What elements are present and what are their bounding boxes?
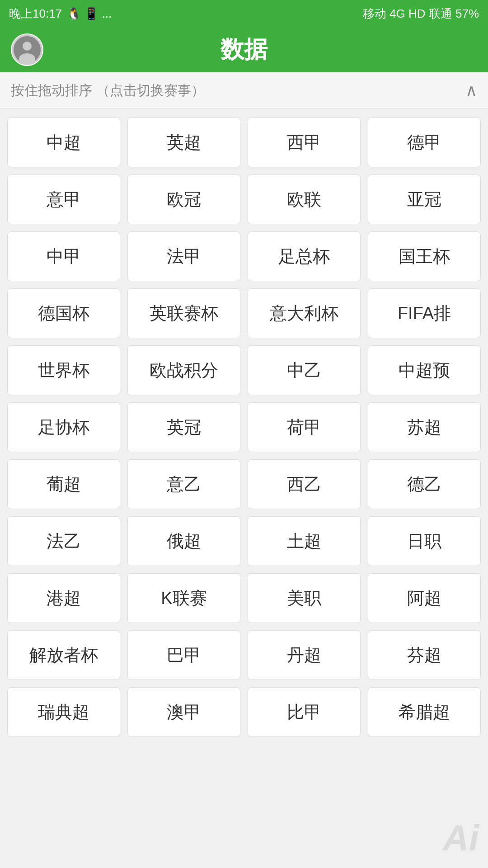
league-item-15[interactable]: 意大利杯 [248, 288, 361, 338]
league-item-35[interactable]: 美职 [248, 573, 361, 623]
league-item-1[interactable]: 中超 [7, 118, 120, 167]
sort-sub-text: （点击切换赛事） [96, 83, 205, 98]
league-item-12[interactable]: 国王杯 [368, 231, 481, 281]
league-item-23[interactable]: 荷甲 [248, 402, 361, 452]
league-item-8[interactable]: 亚冠 [368, 175, 481, 224]
league-item-20[interactable]: 中超预 [368, 345, 481, 395]
league-item-19[interactable]: 中乙 [248, 345, 361, 395]
watermark: Ai [443, 817, 479, 859]
league-item-18[interactable]: 欧战积分 [127, 345, 240, 395]
league-item-37[interactable]: 解放者杯 [7, 630, 120, 680]
league-item-16[interactable]: FIFA排 [368, 288, 481, 338]
league-item-43[interactable]: 比甲 [248, 687, 361, 737]
league-item-3[interactable]: 西甲 [248, 118, 361, 167]
league-item-33[interactable]: 港超 [7, 573, 120, 623]
league-item-6[interactable]: 欧冠 [127, 175, 240, 224]
sort-bar-label: 按住拖动排序 （点击切换赛事） [11, 81, 205, 100]
league-item-32[interactable]: 日职 [368, 516, 481, 566]
league-item-14[interactable]: 英联赛杯 [127, 288, 240, 338]
league-item-2[interactable]: 英超 [127, 118, 240, 167]
league-item-5[interactable]: 意甲 [7, 175, 120, 224]
league-item-38[interactable]: 巴甲 [127, 630, 240, 680]
avatar[interactable] [11, 33, 43, 66]
header: 数据 [0, 27, 488, 72]
svg-point-1 [23, 42, 32, 51]
league-item-17[interactable]: 世界杯 [7, 345, 120, 395]
league-item-36[interactable]: 阿超 [368, 573, 481, 623]
status-right: 移动 4G HD 联通 57% [363, 6, 479, 22]
league-item-34[interactable]: K联赛 [127, 573, 240, 623]
league-grid: 中超英超西甲德甲意甲欧冠欧联亚冠中甲法甲足总杯国王杯德国杯英联赛杯意大利杯FIF… [0, 108, 488, 746]
league-item-30[interactable]: 俄超 [127, 516, 240, 566]
league-item-7[interactable]: 欧联 [248, 175, 361, 224]
league-item-10[interactable]: 法甲 [127, 231, 240, 281]
league-item-26[interactable]: 意乙 [127, 459, 240, 509]
status-left: 晚上10:17 🐧 📱 ... [9, 6, 112, 22]
league-item-24[interactable]: 苏超 [368, 402, 481, 452]
status-bar: 晚上10:17 🐧 📱 ... 移动 4G HD 联通 57% [0, 0, 488, 27]
league-item-29[interactable]: 法乙 [7, 516, 120, 566]
league-item-28[interactable]: 德乙 [368, 459, 481, 509]
status-network: 移动 4G HD 联通 57% [363, 6, 479, 22]
league-item-41[interactable]: 瑞典超 [7, 687, 120, 737]
league-item-39[interactable]: 丹超 [248, 630, 361, 680]
league-item-42[interactable]: 澳甲 [127, 687, 240, 737]
league-item-44[interactable]: 希腊超 [368, 687, 481, 737]
league-item-22[interactable]: 英冠 [127, 402, 240, 452]
sort-main-text: 按住拖动排序 [11, 83, 92, 98]
league-item-4[interactable]: 德甲 [368, 118, 481, 167]
status-time: 晚上10:17 [9, 6, 62, 22]
league-item-13[interactable]: 德国杯 [7, 288, 120, 338]
league-item-21[interactable]: 足协杯 [7, 402, 120, 452]
league-item-25[interactable]: 葡超 [7, 459, 120, 509]
avatar-image [14, 36, 41, 63]
league-item-27[interactable]: 西乙 [248, 459, 361, 509]
page-title: 数据 [221, 34, 267, 66]
league-item-40[interactable]: 芬超 [368, 630, 481, 680]
sort-bar: 按住拖动排序 （点击切换赛事） ∧ [0, 72, 488, 108]
status-icons: 🐧 📱 ... [66, 7, 112, 21]
league-item-31[interactable]: 土超 [248, 516, 361, 566]
league-item-11[interactable]: 足总杯 [248, 231, 361, 281]
collapse-icon[interactable]: ∧ [465, 81, 477, 100]
league-item-9[interactable]: 中甲 [7, 231, 120, 281]
